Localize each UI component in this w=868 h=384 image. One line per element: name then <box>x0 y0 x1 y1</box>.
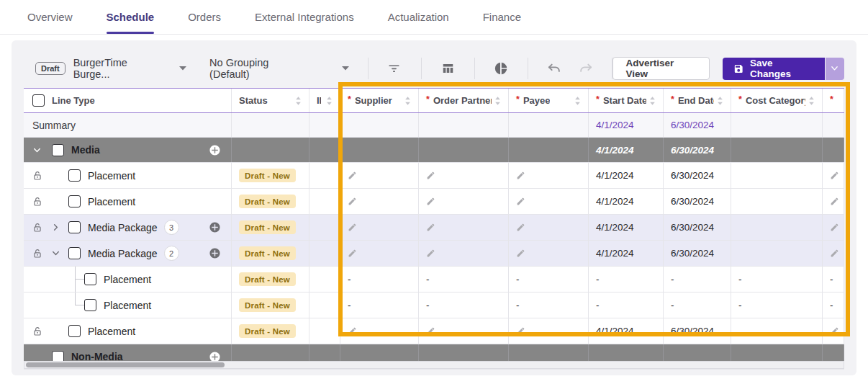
line-type-cell: Media Package3 <box>24 215 232 240</box>
data-cell: 4/1/2024 <box>589 318 664 344</box>
row-checkbox[interactable] <box>84 273 96 285</box>
edit-cell-icon[interactable] <box>348 223 357 232</box>
row-checkbox[interactable] <box>68 195 81 207</box>
edit-cell-icon[interactable] <box>516 249 525 258</box>
save-options-button[interactable] <box>826 58 844 80</box>
data-cell <box>509 318 589 344</box>
edit-cell-icon[interactable] <box>426 249 435 258</box>
data-cell: 4/1/2024 <box>589 241 664 266</box>
row-checkbox[interactable] <box>68 221 81 233</box>
chart-button[interactable] <box>492 59 510 78</box>
status-cell <box>232 138 309 162</box>
scrollbar-thumb[interactable] <box>26 362 225 367</box>
summary-cell <box>309 113 340 137</box>
edit-cell-icon[interactable] <box>426 171 435 180</box>
edit-cell-icon[interactable] <box>348 326 357 336</box>
tab-orders[interactable]: Orders <box>188 0 221 34</box>
edit-cell-icon[interactable] <box>426 223 435 232</box>
media-package-row: Media Package2Draft - New4/1/20246/30/20… <box>24 241 844 267</box>
row-checkbox[interactable] <box>68 247 81 259</box>
sort-icon[interactable] <box>292 96 302 106</box>
horizontal-scrollbar[interactable] <box>24 361 844 369</box>
column-header-end-date[interactable]: *End Date <box>664 89 731 112</box>
media-package-row: Media Package3Draft - New4/1/20246/30/20… <box>24 215 844 241</box>
tab-external-integrations[interactable]: External Integrations <box>255 0 354 34</box>
edit-cell-icon[interactable] <box>348 197 357 206</box>
toolbar-separator <box>474 58 475 79</box>
summary-end-date: 6/30/2024 <box>664 113 731 137</box>
data-cell <box>340 138 419 162</box>
edit-cell-icon[interactable] <box>516 326 525 336</box>
row-checkbox[interactable] <box>68 169 81 182</box>
data-cell <box>823 189 844 214</box>
sort-icon[interactable] <box>492 96 501 106</box>
undo-button[interactable] <box>546 59 564 78</box>
sort-icon[interactable] <box>402 96 411 106</box>
id-cell <box>309 215 340 240</box>
add-line-button[interactable] <box>209 221 221 233</box>
chevron-right-icon[interactable] <box>51 223 60 232</box>
row-checkbox[interactable] <box>52 144 64 156</box>
data-cell <box>340 318 419 344</box>
campaign-selector[interactable]: BurgerTime Burge... <box>73 57 186 80</box>
edit-cell-icon[interactable] <box>426 326 435 336</box>
tab-schedule[interactable]: Schedule <box>107 0 155 34</box>
advertiser-view-button[interactable]: Advertiser View <box>612 57 709 80</box>
data-cell <box>823 138 844 162</box>
status-cell: Draft - New <box>232 241 309 266</box>
column-header-status[interactable]: Status <box>232 89 309 112</box>
chevron-down-icon[interactable] <box>32 146 42 155</box>
data-cell <box>731 215 823 240</box>
data-cell <box>419 241 509 266</box>
edit-cell-icon[interactable] <box>516 197 525 206</box>
row-checkbox[interactable] <box>68 325 81 337</box>
data-cell <box>340 189 419 214</box>
column-header-cost-category[interactable]: *Cost Category <box>731 89 823 112</box>
edit-cell-icon[interactable] <box>516 223 525 232</box>
add-line-button[interactable] <box>209 247 221 259</box>
select-all-checkbox[interactable] <box>32 94 45 107</box>
edit-cell-icon[interactable] <box>426 197 435 206</box>
add-line-button[interactable] <box>209 144 221 156</box>
redo-button[interactable] <box>577 59 595 78</box>
sort-icon[interactable] <box>646 96 656 106</box>
data-cell <box>823 318 844 344</box>
tab-overview[interactable]: Overview <box>27 0 73 34</box>
required-asterisk: * <box>671 94 674 104</box>
sort-icon[interactable] <box>323 96 333 106</box>
edit-cell-icon[interactable] <box>348 249 357 258</box>
sort-icon[interactable] <box>805 96 815 106</box>
chevron-down-icon[interactable] <box>51 249 60 258</box>
column-header-order-partner[interactable]: *Order Partner <box>419 89 509 112</box>
sort-icon[interactable] <box>714 96 723 106</box>
edit-cell-icon[interactable] <box>830 326 839 336</box>
edit-cell-icon[interactable] <box>830 249 839 258</box>
data-cell <box>419 189 509 214</box>
required-asterisk: * <box>426 94 430 104</box>
edit-cell-icon[interactable] <box>348 171 357 180</box>
column-header-supplier[interactable]: *Supplier <box>340 89 419 112</box>
tab-actualization[interactable]: Actualization <box>388 0 449 34</box>
id-cell <box>309 241 340 266</box>
grouping-selector[interactable]: No Grouping (Default) <box>209 57 349 80</box>
column-header-id[interactable]: ID <box>309 89 340 112</box>
edit-cell-icon[interactable] <box>830 197 839 206</box>
edit-cell-icon[interactable] <box>830 223 839 232</box>
line-type-cell: Placement <box>24 318 232 344</box>
column-header-payee[interactable]: *Payee <box>509 89 589 112</box>
row-checkbox[interactable] <box>84 299 96 311</box>
save-changes-button[interactable]: Save Changes <box>723 58 825 80</box>
column-header-start-date[interactable]: *Start Date <box>589 89 664 112</box>
data-cell <box>419 163 509 188</box>
tab-finance[interactable]: Finance <box>483 0 521 34</box>
filter-button[interactable] <box>385 59 403 78</box>
lock-open-icon <box>32 170 42 182</box>
data-cell: 6/30/2024 <box>664 241 731 266</box>
edit-cell-icon[interactable] <box>830 171 839 180</box>
columns-button[interactable] <box>438 59 456 78</box>
edit-cell-icon[interactable] <box>516 171 525 180</box>
tree-connector <box>75 267 84 280</box>
sort-icon[interactable] <box>571 96 581 106</box>
data-cell <box>823 163 844 188</box>
data-cell: - <box>664 293 731 318</box>
